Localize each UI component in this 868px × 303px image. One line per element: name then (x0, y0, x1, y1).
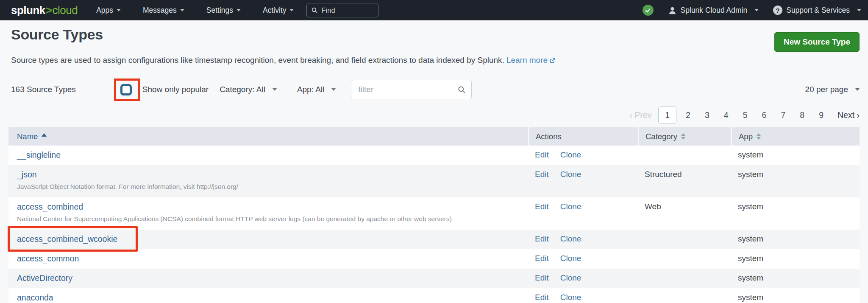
row-actions-cell: Edit Clone (528, 230, 638, 249)
pagination-next[interactable]: Next › (837, 110, 860, 120)
nav-item-label: Messages (143, 6, 177, 15)
nav-item-messages[interactable]: Messages (143, 6, 184, 15)
row-actions-cell: Edit Clone (528, 165, 638, 197)
user-menu-label: Splunk Cloud Admin (681, 6, 748, 15)
logo-gt-text: > (46, 4, 52, 17)
check-icon (645, 7, 651, 14)
column-header-app[interactable]: App (731, 127, 860, 146)
row-clone-link[interactable]: Clone (560, 293, 581, 302)
row-name-cell: _json JavaScript Object Notation format.… (8, 165, 528, 197)
row-edit-link[interactable]: Edit (535, 234, 549, 244)
help-icon: ? (773, 6, 782, 15)
learn-more-link[interactable]: Learn more (506, 56, 548, 65)
nav-item-label: Settings (206, 6, 233, 15)
sort-both-icon (757, 133, 761, 140)
column-header-actions: Actions (528, 127, 638, 146)
support-menu-label: Support & Services (786, 6, 850, 15)
row-app: system (731, 197, 860, 230)
chevron-down-icon (331, 88, 336, 91)
nav-item-label: Activity (263, 6, 286, 15)
logo-cloud-text: cloud (52, 4, 78, 17)
row-name-link[interactable]: access_common (17, 254, 79, 263)
top-nav-bar: splunk>cloud AppsMessagesSettingsActivit… (0, 0, 868, 20)
row-category (638, 288, 731, 303)
health-status-icon[interactable] (643, 5, 654, 16)
row-actions-cell: Edit Clone (528, 249, 638, 269)
per-page-label: 20 per page (805, 85, 848, 94)
row-clone-link[interactable]: Clone (560, 150, 581, 160)
user-menu[interactable]: Splunk Cloud Admin (668, 6, 759, 15)
category-filter-dropdown[interactable]: Category: All (220, 85, 277, 94)
nav-item-settings[interactable]: Settings (206, 6, 241, 15)
pagination-page-8[interactable]: 8 (793, 107, 812, 123)
row-app: system (731, 165, 860, 197)
row-edit-link[interactable]: Edit (535, 170, 549, 179)
row-name-cell: access_combined National Center for Supe… (8, 197, 528, 230)
splunk-cloud-logo[interactable]: splunk>cloud (11, 4, 78, 17)
pagination-page-1[interactable]: 1 (658, 107, 676, 124)
column-header-category[interactable]: Category (638, 127, 731, 146)
row-name-link[interactable]: _json (17, 170, 37, 179)
chevron-down-icon (236, 9, 241, 11)
pagination-page-4[interactable]: 4 (717, 107, 736, 123)
nav-item-activity[interactable]: Activity (263, 6, 294, 15)
column-header-name[interactable]: Name (8, 127, 528, 146)
row-name-cell: __singleline (8, 146, 528, 165)
row-clone-link[interactable]: Clone (560, 234, 581, 244)
row-name-link[interactable]: access_combined (17, 202, 83, 211)
nav-right-group: Splunk Cloud Admin ? Support & Services (643, 5, 861, 16)
show-only-popular-checkbox[interactable] (120, 84, 132, 95)
filter-bar: 163 Source Types Show only popular Categ… (11, 77, 860, 102)
pagination-page-5[interactable]: 5 (736, 107, 755, 123)
row-edit-link[interactable]: Edit (535, 202, 549, 211)
row-name-link[interactable]: ActiveDirectory (17, 273, 72, 283)
row-clone-link[interactable]: Clone (560, 254, 581, 263)
row-name-link[interactable]: anaconda (17, 293, 53, 302)
pagination-page-2[interactable]: 2 (679, 107, 698, 123)
pagination: ‹ Prev 123456789 Next › (629, 105, 860, 125)
pagination-page-3[interactable]: 3 (698, 107, 717, 123)
row-actions-cell: Edit Clone (528, 269, 638, 288)
search-icon (457, 85, 466, 94)
pagination-prev[interactable]: ‹ Prev (629, 110, 651, 120)
pagination-pages: 123456789 (658, 107, 831, 124)
row-name-cell: access_common (8, 249, 528, 269)
row-app: system (731, 269, 860, 288)
support-menu[interactable]: ? Support & Services (773, 6, 861, 15)
row-actions-cell: Edit Clone (528, 146, 638, 165)
row-clone-link[interactable]: Clone (560, 273, 581, 283)
new-source-type-button[interactable]: New Source Type (774, 32, 860, 52)
pagination-page-9[interactable]: 9 (812, 107, 831, 123)
table-row: access_combined National Center for Supe… (8, 197, 860, 230)
row-clone-link[interactable]: Clone (560, 170, 581, 179)
search-icon (311, 7, 318, 14)
row-edit-link[interactable]: Edit (535, 254, 549, 263)
row-name-link[interactable]: access_combined_wcookie (17, 234, 117, 244)
row-name-link[interactable]: __singleline (17, 150, 61, 160)
row-category (638, 249, 731, 269)
row-edit-link[interactable]: Edit (535, 293, 549, 302)
source-type-count: 163 Source Types (11, 85, 76, 94)
row-edit-link[interactable]: Edit (535, 273, 549, 283)
row-edit-link[interactable]: Edit (535, 150, 549, 160)
row-category (638, 269, 731, 288)
find-input[interactable] (321, 6, 374, 14)
filter-input[interactable] (351, 80, 472, 99)
pagination-page-6[interactable]: 6 (755, 107, 774, 123)
row-app: system (731, 288, 860, 303)
column-header-name-label: Name (17, 132, 38, 141)
per-page-dropdown[interactable]: 20 per page (805, 85, 860, 94)
row-description: JavaScript Object Notation format. For m… (17, 183, 521, 191)
page-description-text: Source types are used to assign configur… (11, 56, 504, 65)
app-filter-dropdown[interactable]: App: All (297, 85, 336, 94)
row-category (638, 230, 731, 249)
page-title: Source Types (11, 26, 103, 43)
row-name-cell: anaconda (8, 288, 528, 303)
row-clone-link[interactable]: Clone (560, 202, 581, 211)
show-only-popular-label[interactable]: Show only popular (142, 85, 209, 94)
find-search-box[interactable] (306, 3, 378, 17)
nav-item-apps[interactable]: Apps (96, 6, 121, 15)
source-types-table: Name Actions Category App __singleline E… (8, 127, 860, 303)
page-description: Source types are used to assign configur… (11, 56, 556, 65)
pagination-page-7[interactable]: 7 (773, 107, 793, 123)
